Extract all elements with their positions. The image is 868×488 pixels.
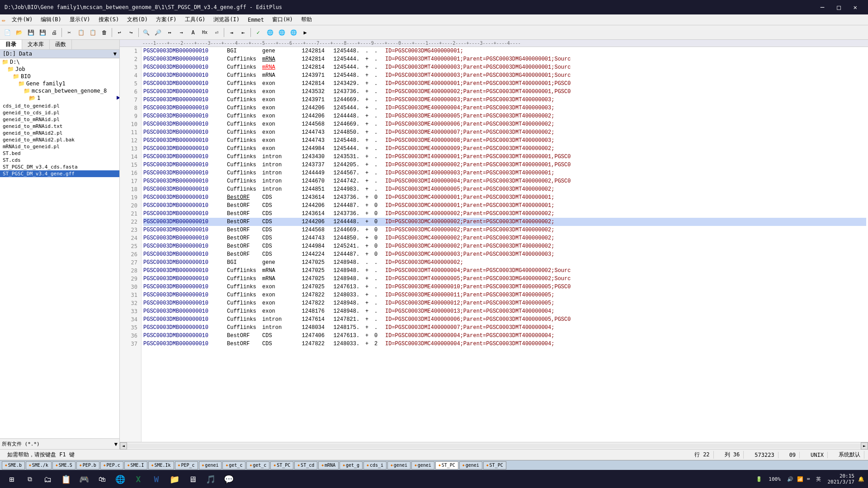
bottom-tab[interactable]: ◆PEP_c [175, 461, 198, 469]
table-row[interactable]: PGSC0003DMB000000010BestORFCDS1243614 12… [143, 210, 866, 218]
menu-doc[interactable]: 文档(D) [123, 15, 151, 24]
menu-tools[interactable]: 工具(G) [181, 15, 209, 24]
browser3-button[interactable]: 🌐 [288, 27, 299, 38]
find-button[interactable]: 🔍 [141, 27, 151, 38]
table-row[interactable]: PGSC0003DMB000000010Cufflinksexon1247822… [143, 291, 866, 299]
menu-edit[interactable]: 编辑(B) [37, 15, 65, 24]
app-excel[interactable]: X [130, 471, 146, 487]
menu-project[interactable]: 方案(F) [152, 15, 180, 24]
table-row[interactable]: PGSC0003DMB000000010Cufflinksintron12437… [143, 161, 866, 169]
table-row[interactable]: PGSC0003DMB000000010BestORFCDS1244224 12… [143, 250, 866, 258]
replace-button[interactable]: ↔ [164, 27, 175, 38]
table-row[interactable]: PGSC0003DMB000000010CufflinksmRNA1247025… [143, 275, 866, 283]
run-button[interactable]: ▶ [300, 27, 311, 38]
table-row[interactable]: PGSC0003DMB000000010CufflinksmRNA1242814… [143, 55, 866, 63]
app-edge[interactable]: 🌐 [112, 471, 128, 487]
table-row[interactable]: PGSC0003DMB000000010BGIgene1247025 12489… [143, 258, 866, 267]
tree-item-1[interactable]: 📂 1 [0, 94, 119, 102]
table-row[interactable]: PGSC0003DMB000000010CufflinksmRNA1243971… [143, 71, 866, 80]
table-row[interactable]: PGSC0003DMB000000010BGIgene1242814 12454… [143, 47, 866, 55]
app-monitor[interactable]: 🖥 [184, 471, 201, 487]
open-button[interactable]: 📂 [14, 27, 24, 38]
paste-button[interactable]: 📋 [87, 27, 98, 38]
table-row[interactable]: PGSC0003DMB000000010Cufflinksintron12446… [143, 177, 866, 185]
tree-item-job[interactable]: 📁 Job [0, 66, 119, 73]
menu-file[interactable]: 文件(W) [8, 15, 36, 24]
app-tasks[interactable]: 📋 [58, 471, 74, 487]
table-row[interactable]: PGSC0003DMB000000010Cufflinksexon1244984… [143, 145, 866, 153]
tree-item-bio[interactable]: 📁 BIO [0, 73, 119, 80]
bottom-tab[interactable]: ◆genei [459, 461, 482, 469]
scroll-track[interactable] [127, 444, 861, 448]
table-row[interactable]: PGSC0003DMB000000010Cufflinksexon1242814… [143, 80, 866, 88]
browser-button[interactable]: 🌐 [264, 27, 275, 38]
bottom-tab[interactable]: ◆SME.S [52, 461, 75, 469]
bottom-tab[interactable]: ◆ST_PC [435, 461, 458, 469]
format-button[interactable]: A [188, 27, 198, 38]
copy-button[interactable]: 📋 [75, 27, 86, 38]
word-wrap-button[interactable]: ⏎ [211, 27, 222, 38]
app-fm[interactable]: 🗂 [40, 471, 56, 487]
notification-button[interactable]: 🔔 [858, 476, 864, 482]
bottom-tab[interactable]: ◆SME./k [26, 461, 52, 469]
tree-item-mcscan[interactable]: 📁 mcscan_between_genome_8 [0, 87, 119, 94]
task-view-button[interactable]: ⧉ [22, 471, 38, 487]
table-row[interactable]: PGSC0003DMB000000010BestORFCDS1244743 12… [143, 234, 866, 242]
bottom-tab[interactable]: ◆PEP.b [76, 461, 99, 469]
file-st-pgsc-cds[interactable]: ST_PGSC_DM_v3.4_cds.fasta [0, 164, 119, 170]
tree-item-d[interactable]: 📁 D:\ [0, 58, 119, 66]
bottom-tab[interactable]: ◆SME.I [124, 461, 147, 469]
delete-button[interactable]: 🗑 [99, 27, 110, 38]
check-button[interactable]: ✓ [253, 27, 264, 38]
app-folder[interactable]: 📁 [166, 471, 183, 487]
file-geneid-mrna[interactable]: geneid_to_mRNAid.pl [0, 116, 119, 123]
file-st-bed[interactable]: ST.bed [0, 150, 119, 157]
undo-button[interactable]: ↩ [114, 27, 125, 38]
table-row[interactable]: PGSC0003DMB000000010BestORFCDS1244984 12… [143, 242, 866, 250]
bottom-tab[interactable]: ◆genei [387, 461, 410, 469]
scroll-left-button[interactable]: ◄ [120, 442, 127, 450]
file-filter-arrow[interactable]: ▼ [114, 441, 118, 447]
menu-search[interactable]: 搜索(S) [95, 15, 123, 24]
goto-button[interactable]: → [176, 27, 187, 38]
table-row[interactable]: PGSC0003DMB000000010CufflinksmRNA1242814… [143, 63, 866, 71]
file-cds-id[interactable]: cds_id_to_geneid.pl [0, 103, 119, 109]
menu-browser[interactable]: 浏览器(I) [210, 15, 243, 24]
menu-window[interactable]: 窗口(H) [269, 15, 297, 24]
table-row[interactable]: PGSC0003DMB000000010Cufflinksintron12444… [143, 169, 866, 177]
table-row[interactable]: PGSC0003DMB000000010Cufflinksexon1244206… [143, 104, 866, 112]
bottom-tab[interactable]: ◆cds_i [363, 461, 387, 469]
table-row[interactable]: PGSC0003DMB000000010Cufflinksintron12480… [143, 324, 866, 332]
table-row[interactable]: PGSC0003DMB000000010Cufflinksexon1247822… [143, 299, 866, 307]
app-3d[interactable]: 🎮 [76, 471, 92, 487]
start-button[interactable]: ⊞ [4, 471, 20, 487]
app-store[interactable]: 🛍 [94, 471, 110, 487]
sidebar-tab-textlib[interactable]: 文本库 [22, 40, 50, 49]
redo-button[interactable]: ↪ [126, 27, 137, 38]
indent-button[interactable]: ⇥ [226, 27, 237, 38]
tree-item-genefamily[interactable]: 📁 Gene family1 [0, 80, 119, 87]
table-row[interactable]: PGSC0003DMB000000010Cufflinksexon1248176… [143, 307, 866, 315]
table-row[interactable]: PGSC0003DMB000000010Cufflinksexon1243971… [143, 96, 866, 104]
table-row[interactable]: PGSC0003DMB000000010BestORFCDS1244568 12… [143, 226, 866, 234]
bottom-tab[interactable]: ◆get_g [340, 461, 363, 469]
close-button[interactable]: ✕ [847, 4, 863, 11]
table-row[interactable]: PGSC0003DMB000000010BestORFCDS1243614 12… [143, 193, 866, 202]
minimize-button[interactable]: ─ [814, 4, 830, 11]
table-row[interactable]: PGSC0003DMB000000010Cufflinksintron12434… [143, 153, 866, 161]
browser2-button[interactable]: 🌐 [276, 27, 287, 38]
table-row[interactable]: PGSC0003DMB000000010BestORFCDS1244206 12… [143, 202, 866, 210]
bottom-tab[interactable]: ◆genei [411, 461, 434, 469]
file-mrnaid[interactable]: mRNAid_to_geneid.pl [0, 143, 119, 150]
bottom-tab[interactable]: ◆SME.Ik [148, 461, 174, 469]
sidebar-tab-directory[interactable]: 目录 [0, 40, 22, 49]
table-row[interactable]: PGSC0003DMB000000010Cufflinksintron12448… [143, 185, 866, 193]
table-row[interactable]: PGSC0003DMB000000010Cufflinksexon1244743… [143, 128, 866, 136]
file-geneid-mrna-txt[interactable]: geneid_to_mRNAid.txt [0, 123, 119, 130]
file-geneid-cds[interactable]: geneid_to_cds_id.pl [0, 109, 119, 116]
app-chat[interactable]: 💬 [221, 471, 237, 487]
bottom-tab[interactable]: ◆get_c [222, 461, 245, 469]
bottom-tab[interactable]: ◆get_c [246, 461, 269, 469]
table-row[interactable]: PGSC0003DMB000000010Cufflinksexon1244568… [143, 120, 866, 128]
bottom-tab[interactable]: ◆ST_PC [270, 461, 293, 469]
